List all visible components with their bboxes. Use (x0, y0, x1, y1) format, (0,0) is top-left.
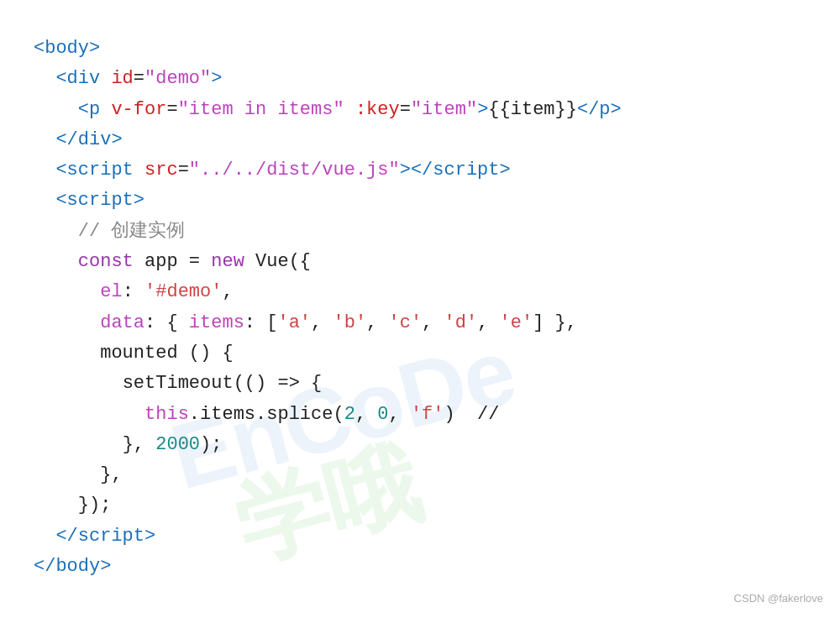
code-line-16: }); (34, 490, 806, 521)
code-line-9: el: '#demo', (34, 277, 806, 307)
code-line-13: this.items.splice(2, 0, 'f') // (34, 400, 806, 430)
code-line-17: </script> (34, 521, 806, 552)
code-line-2: <div id="demo"> (34, 64, 806, 94)
code-line-18: </body> (34, 552, 806, 582)
code-line-15: }, (34, 460, 806, 490)
code-line-11: mounted () { (34, 338, 806, 369)
code-line-14: }, 2000); (34, 430, 806, 460)
code-line-4: </div> (34, 125, 806, 155)
code-block: <body> <div id="demo"> <p v-for="item in… (34, 34, 806, 582)
code-line-7: // 创建实例 (34, 217, 806, 247)
code-line-3: <p v-for="item in items" :key="item">{{i… (34, 95, 806, 125)
code-container: EnCoDe 学哦 <body> <div id="demo"> <p v-fo… (0, 0, 840, 618)
code-line-10: data: { items: ['a', 'b', 'c', 'd', 'e']… (34, 308, 806, 338)
code-line-5: <script src="../../dist/vue.js"></script… (34, 155, 806, 186)
code-line-8: const app = new Vue({ (34, 247, 806, 277)
code-line-1: <body> (34, 34, 806, 64)
code-line-12: setTimeout(() => { (34, 369, 806, 399)
code-line-6: <script> (34, 186, 806, 216)
csdn-label: CSDN @fakerlove (734, 592, 823, 605)
